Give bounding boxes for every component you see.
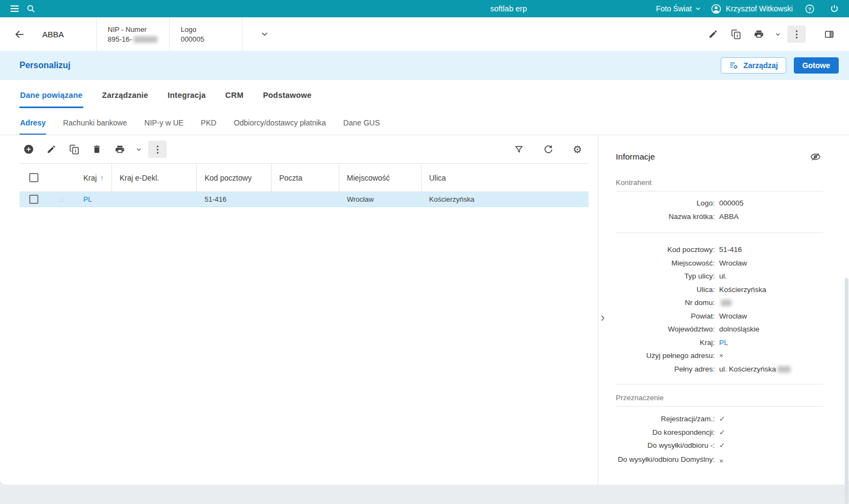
field-rejestracji-zam: Rejestracji/zam.: ✓ [616, 413, 823, 426]
column-header-kraj[interactable]: Kraj ↑ [76, 164, 112, 191]
print-table-options-button[interactable] [133, 141, 144, 158]
page-footer [0, 485, 849, 504]
diamond-icon: ◇ [59, 195, 64, 203]
chevron-down-icon [774, 31, 781, 38]
edit-button[interactable] [704, 25, 722, 43]
help-button[interactable]: ? [801, 1, 818, 17]
table-more-button[interactable]: ⋮ [148, 141, 167, 158]
printer-icon [115, 144, 125, 155]
company-selector[interactable]: Foto Świat [656, 4, 702, 13]
subtab-adresy[interactable]: Adresy [19, 108, 46, 135]
field-miejscowosc: Miejscowość: Wrocław [616, 257, 823, 270]
refresh-button[interactable] [539, 141, 557, 158]
columns-icon [824, 29, 834, 39]
pencil-icon [708, 29, 718, 39]
tab-podstawowe[interactable]: Podstawowe [262, 80, 312, 108]
arrow-left-icon [14, 29, 25, 40]
add-button[interactable] [19, 141, 38, 158]
subtab-dane-gus[interactable]: Dane GUS [343, 108, 380, 135]
cell-miejscowosc: Wrocław [339, 192, 422, 207]
field-kod-pocztowy: Kod pocztowy: 51-416 [616, 243, 823, 257]
record-header: ABBA NIP - Numer 895-16- Logo 000005 [0, 17, 849, 51]
table-settings-button[interactable]: ⚙ [568, 141, 587, 158]
scrollbar[interactable] [845, 278, 848, 504]
manage-button-label: Zarządzaj [743, 61, 778, 70]
table-toolbar: ⋮ ⚙ [19, 135, 589, 163]
print-table-button[interactable] [110, 141, 129, 158]
filter-button[interactable] [510, 141, 528, 158]
column-header-poczta[interactable]: Poczta [272, 164, 339, 191]
field-typ-ulicy: Typ ulicy: ul. [616, 270, 823, 283]
duplicate-row-button[interactable] [65, 141, 83, 158]
edit-row-button[interactable] [42, 141, 61, 158]
info-panel-title: Informacje [616, 152, 655, 162]
row-checkbox[interactable] [29, 195, 38, 204]
nip-label: NIP - Numer [108, 25, 159, 34]
cell-poczta [272, 192, 339, 207]
column-header-kraj-edekl[interactable]: Kraj e-Dekl. [112, 164, 197, 191]
tab-zarzadzanie[interactable]: Zarządzanie [102, 80, 149, 108]
chevron-down-icon [135, 146, 142, 153]
section-title-przeznaczenie: Przeznaczenie [616, 394, 823, 402]
kontrahent-fields: Logo: 000005 Nazwa krótka: ABBA [616, 197, 823, 223]
header-checkbox-cell [19, 164, 48, 191]
user-menu[interactable]: Krzysztof Witkowski [710, 3, 793, 15]
redacted-value [721, 300, 732, 306]
duplicate-button[interactable] [727, 25, 745, 43]
kebab-menu-icon: ⋮ [792, 30, 801, 39]
field-powiat: Powiat: Wrocław [616, 310, 823, 323]
column-header-miejscowosc[interactable]: Miejscowość [339, 164, 422, 191]
divider [616, 191, 823, 191]
back-button[interactable] [11, 25, 28, 43]
sort-asc-icon[interactable]: ↑ [100, 174, 104, 182]
subtab-rachunki-bankowe[interactable]: Rachunki bankowe [62, 108, 127, 135]
field-do-wysylki-odbioru-domyslny: Do wysyłki/odbioru Domyślny: × [616, 453, 823, 468]
header-field-logo: Logo 000005 [169, 17, 242, 51]
field-wojewodztwo: Województwo: dolnośląskie [616, 323, 823, 336]
app-card: ABBA NIP - Numer 895-16- Logo 000005 [0, 17, 849, 485]
print-options-button[interactable] [772, 25, 783, 43]
collapse-panel-button[interactable]: › [601, 311, 605, 324]
column-header-kod-pocztowy[interactable]: Kod pocztowy [197, 164, 272, 191]
column-header-ulica[interactable]: Ulica [422, 164, 589, 191]
delete-button[interactable] [88, 141, 106, 158]
logout-button[interactable] [826, 1, 843, 17]
power-icon [830, 4, 839, 14]
kraj-value-link[interactable]: PL [719, 336, 823, 350]
subtab-nipy-w-ue[interactable]: NIP-y w UE [144, 108, 184, 135]
field-nazwa-krotka: Nazwa krótka: ABBA [616, 210, 823, 224]
redacted-value [778, 366, 791, 373]
done-button[interactable]: Gotowe [794, 57, 839, 74]
manage-button[interactable]: Zarządzaj [721, 57, 786, 74]
search-button[interactable] [23, 1, 39, 17]
app-title: softlab erp [490, 4, 527, 13]
copy-info-icon [69, 144, 80, 155]
row-marker-cell: ◇ [48, 192, 76, 207]
cross-mark: × [719, 349, 823, 363]
table-row[interactable]: ◇ PL 51-416 Wrocław Kościerzyńska [19, 192, 589, 207]
account-icon [710, 3, 722, 15]
help-icon: ? [805, 4, 815, 14]
check-mark: ✓ [719, 439, 823, 453]
nip-value: 895-16- [108, 35, 159, 43]
subtab-odbiorcy-dostawcy[interactable]: Odbiorcy/dostawcy płatnika [233, 108, 326, 135]
toolbar-right: ⚙ [510, 141, 589, 158]
header-expand-button[interactable] [256, 26, 273, 42]
tab-dane-powiazane[interactable]: Dane powiązane [19, 80, 83, 108]
menu-button[interactable] [6, 1, 23, 17]
more-actions-button[interactable]: ⋮ [787, 25, 806, 43]
divider [616, 384, 823, 384]
hide-panel-button[interactable] [808, 150, 823, 163]
field-nr-domu: Nr domu: [616, 296, 823, 310]
print-button[interactable] [749, 25, 768, 43]
select-all-checkbox[interactable] [29, 173, 38, 182]
tab-integracja[interactable]: Integracja [167, 80, 207, 108]
subtab-pkd[interactable]: PKD [200, 108, 217, 135]
row-checkbox-cell [19, 192, 48, 207]
divider [616, 406, 823, 407]
chevron-down-icon [260, 29, 269, 39]
columns-button[interactable] [820, 25, 838, 43]
tab-crm[interactable]: CRM [225, 80, 244, 108]
record-title: ABBA [42, 30, 80, 39]
kraj-link[interactable]: PL [83, 195, 92, 203]
